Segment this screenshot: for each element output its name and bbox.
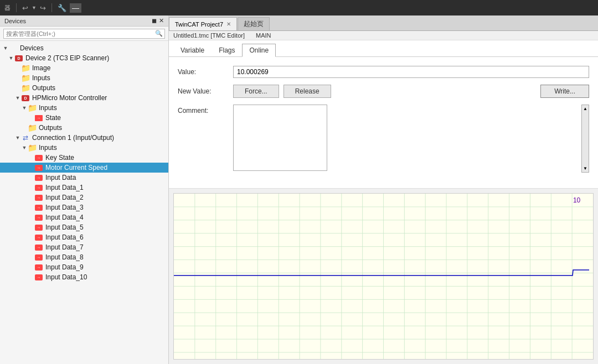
tree-item-key-state[interactable]: →Key State <box>0 153 168 163</box>
tree-label-input-data-1: Input Data_1 <box>45 184 84 191</box>
tree-label-hpm-outputs: Outputs <box>39 124 62 132</box>
tree-icon-input-data-10: → <box>34 273 43 281</box>
tree-label-input-data-6: Input Data_6 <box>45 233 84 241</box>
app-title: 器 <box>4 4 11 12</box>
tree-icon-image: 📁 <box>21 64 30 72</box>
search-icon[interactable]: 🔍 <box>155 30 163 37</box>
separator2 <box>51 3 52 12</box>
form-area: Value: New Value: Force... Release Write… <box>169 57 598 189</box>
comment-label: Comment: <box>178 107 233 115</box>
tree-item-devices[interactable]: ▼Devices <box>0 43 168 53</box>
close-panel-icon[interactable]: ✕ <box>159 17 164 24</box>
value-input[interactable] <box>233 66 589 78</box>
tree-item-outputs[interactable]: 📁Outputs <box>0 83 168 93</box>
top-toolbar: 器 ↩ ▼ ↪ 🔧 — <box>0 0 598 15</box>
tab-variable[interactable]: Variable <box>173 44 212 56</box>
tree-icon-connection1: ⇄ <box>21 134 30 142</box>
tree-icon-hpm-outputs: 📁 <box>28 124 37 132</box>
scrollbar-down-icon[interactable]: ▼ <box>583 166 587 171</box>
left-panel: Devices ◼ ✕ 🔍 ▼Devices▼DDevice 2 (TC3 EI… <box>0 15 169 364</box>
tree-item-input-data-8[interactable]: →Input Data_8 <box>0 252 168 262</box>
tab-start[interactable]: 起始页 <box>238 17 270 30</box>
window-title-bar: Untitled1.tmc [TMC Editor] MAIN <box>169 31 598 40</box>
tree-icon-hpm-inputs: 📁 <box>28 104 37 112</box>
tree-item-input-data-1[interactable]: →Input Data_1 <box>0 183 168 193</box>
left-panel-header: Devices ◼ ✕ <box>0 15 168 27</box>
tree-icon-devices <box>9 44 18 52</box>
tree-label-input-data-4: Input Data_4 <box>45 214 84 221</box>
undo-icon[interactable]: ↩ <box>22 4 28 12</box>
tree-item-conn-inputs[interactable]: ▼📁Inputs <box>0 143 168 153</box>
settings-icon[interactable]: 🔧 <box>58 4 66 12</box>
tree-label-hpmicro: HPMicro Motor Controller <box>32 94 107 102</box>
tree-item-motor-current-speed[interactable]: →Motor Current Speed <box>0 163 168 173</box>
tree-item-inputs[interactable]: 📁Inputs <box>0 73 168 83</box>
tree-item-input-data-5[interactable]: →Input Data_5 <box>0 222 168 232</box>
pin-panel-icon[interactable]: ◼ <box>152 17 157 24</box>
pin-icon[interactable]: — <box>70 3 81 13</box>
panel-title: Devices <box>4 18 26 24</box>
tree-label-input-data-9: Input Data_9 <box>45 263 84 271</box>
tree-container[interactable]: ▼Devices▼DDevice 2 (TC3 EIP Scanner) 📁Im… <box>0 41 168 364</box>
tab-online[interactable]: Online <box>242 44 276 57</box>
tree-item-input-data-4[interactable]: →Input Data_4 <box>0 212 168 222</box>
tree-label-hpm-inputs: Inputs <box>39 104 57 112</box>
tree-item-image[interactable]: 📁Image <box>0 63 168 73</box>
tree-icon-conn-inputs: 📁 <box>28 144 37 152</box>
expand-arrow-hpm-inputs: ▼ <box>21 105 28 111</box>
expand-arrow-hpmicro: ▼ <box>14 95 21 101</box>
tree-item-device2[interactable]: ▼DDevice 2 (TC3 EIP Scanner) <box>0 53 168 63</box>
write-button[interactable]: Write... <box>540 85 589 98</box>
chart-area: 10 <box>173 193 594 360</box>
tree-icon-input-data-5: → <box>34 223 43 231</box>
tree-icon-input-data-4: → <box>34 214 43 221</box>
tree-item-input-data-6[interactable]: →Input Data_6 <box>0 232 168 242</box>
tab-start-label: 起始页 <box>244 19 264 29</box>
tree-item-input-data-7[interactable]: →Input Data_7 <box>0 242 168 252</box>
tab-bar: TwinCAT Project7 ✕ 起始页 <box>169 15 598 31</box>
tree-label-input-data: Input Data <box>45 174 76 181</box>
tree-icon-input-data-3: → <box>34 204 43 211</box>
new-value-label: New Value: <box>178 87 233 95</box>
release-button[interactable]: Release <box>283 85 331 98</box>
scrollbar-up-icon[interactable]: ▲ <box>583 106 587 111</box>
tree-item-connection1[interactable]: ▼⇄Connection 1 (Input/Output) <box>0 133 168 143</box>
tree-icon-input-data: → <box>34 174 43 181</box>
tree-label-input-data-8: Input Data_8 <box>45 253 84 261</box>
tree-item-state[interactable]: →State <box>0 113 168 123</box>
redo-icon[interactable]: ↪ <box>40 4 46 12</box>
comment-textarea[interactable] <box>233 105 327 171</box>
force-button[interactable]: Force... <box>233 85 279 98</box>
tree-label-input-data-3: Input Data_3 <box>45 204 84 211</box>
tree-label-state: State <box>45 114 61 122</box>
tree-label-devices: Devices <box>20 44 44 52</box>
value-label: Value: <box>178 68 233 76</box>
tree-label-input-data-7: Input Data_7 <box>45 243 84 251</box>
tree-item-input-data-3[interactable]: →Input Data_3 <box>0 202 168 212</box>
tree-item-input-data-10[interactable]: →Input Data_10 <box>0 272 168 282</box>
search-input[interactable] <box>3 29 165 39</box>
tab-twincat-close[interactable]: ✕ <box>226 21 231 27</box>
tree-item-hpmicro[interactable]: ▼DHPMicro Motor Controller <box>0 93 168 103</box>
new-value-row: New Value: Force... Release Write... <box>178 85 589 98</box>
main-layout: Devices ◼ ✕ 🔍 ▼Devices▼DDevice 2 (TC3 EI… <box>0 15 598 364</box>
file-name: Untitled1.tmc [TMC Editor] <box>173 32 245 39</box>
tree-item-input-data-9[interactable]: →Input Data_9 <box>0 262 168 272</box>
tab-twincat[interactable]: TwinCAT Project7 ✕ <box>169 17 237 30</box>
undo-dropdown-icon[interactable]: ▼ <box>32 5 37 11</box>
tree-icon-key-state: → <box>34 154 43 162</box>
tree-label-input-data-2: Input Data_2 <box>45 194 84 201</box>
tree-icon-state: → <box>34 114 43 122</box>
tree-label-image: Image <box>32 64 50 72</box>
tab-flags[interactable]: Flags <box>212 44 242 56</box>
tree-item-input-data-2[interactable]: →Input Data_2 <box>0 193 168 202</box>
search-bar: 🔍 <box>0 27 168 41</box>
tree-item-hpm-outputs[interactable]: 📁Outputs <box>0 123 168 133</box>
tree-item-input-data[interactable]: →Input Data <box>0 173 168 183</box>
tree-icon-inputs: 📁 <box>21 74 30 82</box>
expand-arrow-connection1: ▼ <box>14 135 21 141</box>
tab-twincat-label: TwinCAT Project7 <box>175 21 223 28</box>
tree-icon-input-data-8: → <box>34 253 43 261</box>
right-panel: TwinCAT Project7 ✕ 起始页 Untitled1.tmc [TM… <box>169 15 598 364</box>
tree-item-hpm-inputs[interactable]: ▼📁Inputs <box>0 103 168 113</box>
